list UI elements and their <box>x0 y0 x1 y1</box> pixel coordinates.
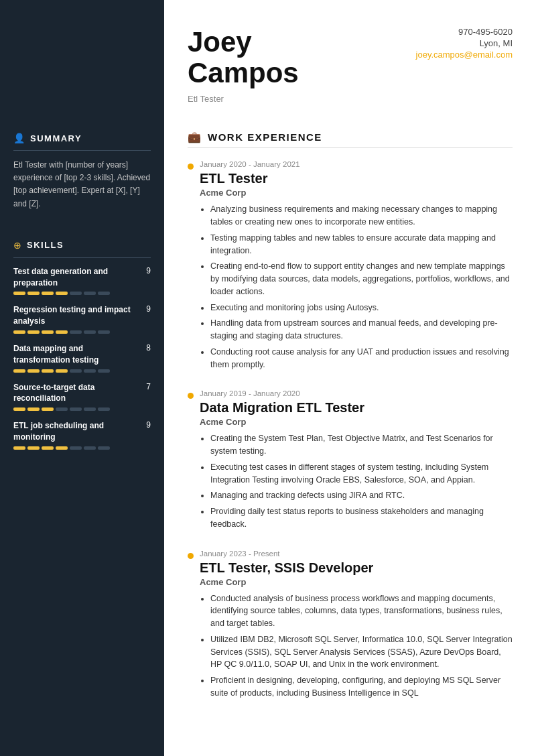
dot-empty <box>98 292 110 295</box>
job-timeline-dot <box>188 393 194 399</box>
bullet-item: Executing test cases in different stages… <box>210 461 513 487</box>
skill-score: 9 <box>146 266 151 275</box>
job-date: January 2019 - January 2020 <box>200 389 513 397</box>
dot-filled <box>27 446 40 450</box>
skills-section: ⊕ SKILLS Test data generation and prepar… <box>0 228 164 466</box>
dot-filled <box>13 407 25 411</box>
dot-empty <box>70 446 82 450</box>
bullet-item: Utilized IBM DB2, Microsoft SQL Server, … <box>210 633 513 671</box>
job-bullets: Conducted analysis of business process w… <box>200 592 513 700</box>
skills-header: ⊕ SKILLS <box>13 240 151 251</box>
bullet-item: Testing mapping tables and new tables to… <box>210 232 513 257</box>
job-timeline-dot <box>188 553 194 559</box>
location: Lyon, MI <box>416 38 513 48</box>
bullet-item: Providing daily test status reports to b… <box>210 505 513 531</box>
sidebar: 👤 SUMMARY Etl Tester with [number of yea… <box>0 0 164 756</box>
dot-filled <box>13 369 25 373</box>
bullet-item: Creating the System Test Plan, Test Obje… <box>210 432 513 458</box>
skills-list: Test data generation and preparation9Reg… <box>13 266 151 450</box>
bullet-item: Conducting root cause analysis for any U… <box>210 346 513 371</box>
bullet-item: Executing and monitoring jobs using Auto… <box>210 302 513 314</box>
work-section-divider <box>188 147 513 148</box>
skill-name: Data mapping and transformation testing <box>13 343 141 366</box>
bullet-item: Conducted analysis of business process w… <box>210 592 513 630</box>
skill-dots <box>13 292 151 295</box>
skill-score: 9 <box>146 420 151 430</box>
dot-filled <box>27 407 40 411</box>
skill-item: Test data generation and preparation9 <box>13 266 151 296</box>
dot-empty <box>84 369 96 373</box>
dot-empty <box>98 330 110 334</box>
work-section-title: WORK EXPERIENCE <box>208 131 322 143</box>
job-bullets: Analyzing business requirements and maki… <box>200 203 513 371</box>
dot-empty <box>56 407 68 411</box>
skills-icon: ⊕ <box>13 240 21 251</box>
dot-filled <box>42 292 54 295</box>
skill-header: Data mapping and transformation testing8 <box>13 343 151 366</box>
skill-item: Data mapping and transformation testing8 <box>13 343 151 373</box>
work-section-header: 💼 WORK EXPERIENCE <box>188 131 513 143</box>
dot-filled <box>42 330 54 334</box>
skills-divider <box>13 257 151 258</box>
bullet-item: Creating end-to-end flow to support enti… <box>210 260 513 298</box>
dot-empty <box>84 292 96 295</box>
job-date: January 2023 - Present <box>200 550 513 558</box>
job-entry: January 2023 - PresentETL Tester, SSIS D… <box>188 550 513 700</box>
jobs-list: January 2020 - January 2021ETL TesterAcm… <box>188 160 513 699</box>
skill-name: Source-to-target data reconciliation <box>13 382 141 405</box>
skill-header: Test data generation and preparation9 <box>13 266 151 289</box>
dot-empty <box>70 369 82 373</box>
main-content: Joey Campos Etl Tester 970-495-6020 Lyon… <box>164 0 536 756</box>
job-company: Acme Corp <box>200 577 513 587</box>
bullet-item: Handling data from upstream sources and … <box>210 317 513 342</box>
summary-section: 👤 SUMMARY Etl Tester with [number of yea… <box>0 121 164 217</box>
dot-empty <box>84 407 96 411</box>
job-entry: January 2019 - January 2020Data Migratio… <box>188 389 513 530</box>
first-name: Joey <box>188 26 252 58</box>
skill-score: 9 <box>146 304 151 314</box>
dot-filled <box>56 330 68 334</box>
dot-empty <box>98 369 110 373</box>
dot-filled <box>56 369 68 373</box>
contact-info: 970-495-6020 Lyon, MI joey.campos@email.… <box>416 27 513 60</box>
skill-item: ETL job scheduling and monitoring9 <box>13 420 151 450</box>
dot-filled <box>13 330 25 334</box>
skill-name: Test data generation and preparation <box>13 266 141 289</box>
job-entry: January 2020 - January 2021ETL TesterAcm… <box>188 160 513 371</box>
job-date: January 2020 - January 2021 <box>200 160 513 168</box>
job-title: Etl Tester <box>188 94 513 104</box>
skill-dots <box>13 369 151 373</box>
job-timeline-dot <box>188 164 194 170</box>
person-icon: 👤 <box>13 133 25 143</box>
skill-header: Regression testing and impact analysis9 <box>13 304 151 327</box>
dot-filled <box>13 292 25 295</box>
skill-name: ETL job scheduling and monitoring <box>13 420 141 443</box>
bullet-item: Proficient in designing, developing, con… <box>210 674 513 700</box>
last-name: Campos <box>188 57 299 88</box>
bullet-item: Analyzing business requirements and maki… <box>210 203 513 229</box>
dot-filled <box>13 446 25 450</box>
bullet-item: Managing and tracking defects using JIRA… <box>210 489 513 502</box>
dot-filled <box>27 330 40 334</box>
phone: 970-495-6020 <box>416 27 513 37</box>
dot-filled <box>42 446 54 450</box>
summary-header: 👤 SUMMARY <box>13 133 151 143</box>
briefcase-icon: 💼 <box>188 131 201 143</box>
summary-divider <box>13 150 151 151</box>
skill-header: Source-to-target data reconciliation7 <box>13 382 151 405</box>
skill-header: ETL job scheduling and monitoring9 <box>13 420 151 443</box>
dot-filled <box>27 369 40 373</box>
dot-filled <box>56 446 68 450</box>
skill-item: Source-to-target data reconciliation7 <box>13 382 151 412</box>
work-experience-section: 💼 WORK EXPERIENCE January 2020 - January… <box>164 117 536 699</box>
dot-filled <box>42 369 54 373</box>
skill-item: Regression testing and impact analysis9 <box>13 304 151 334</box>
email: joey.campos@email.com <box>416 50 513 60</box>
dot-filled <box>56 292 68 295</box>
dot-filled <box>27 292 40 295</box>
dot-empty <box>98 407 110 411</box>
dot-filled <box>42 407 54 411</box>
job-bullets: Creating the System Test Plan, Test Obje… <box>200 432 513 530</box>
skill-score: 8 <box>146 343 151 353</box>
skill-dots <box>13 407 151 411</box>
